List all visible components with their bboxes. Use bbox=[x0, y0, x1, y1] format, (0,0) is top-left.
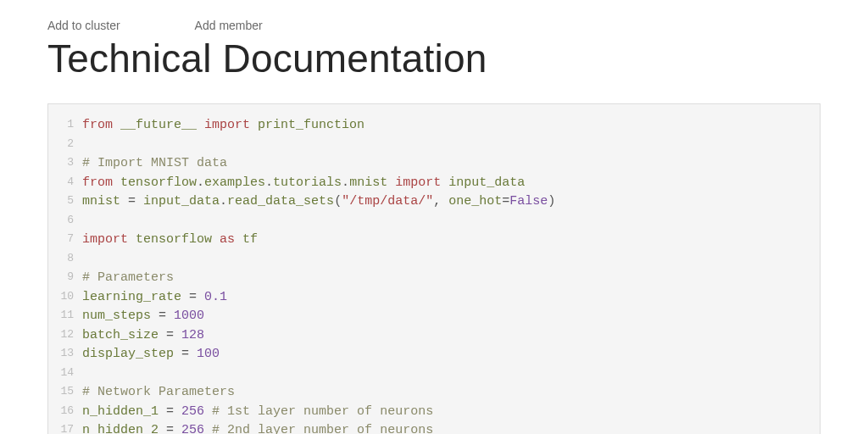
code-line: 6 bbox=[48, 212, 820, 231]
code-line: 3# Import MNIST data bbox=[48, 154, 820, 174]
code-content bbox=[82, 136, 90, 155]
code-line: 10learning_rate = 0.1 bbox=[48, 288, 820, 308]
line-number: 8 bbox=[48, 250, 82, 270]
code-line: 17n_hidden_2 = 256 # 2nd layer number of… bbox=[48, 421, 820, 434]
code-line: 15# Network Parameters bbox=[48, 383, 820, 403]
code-line: 13display_step = 100 bbox=[48, 345, 820, 364]
code-line: 8 bbox=[48, 250, 820, 270]
code-content: from __future__ import print_function bbox=[82, 116, 364, 136]
line-number: 7 bbox=[48, 231, 82, 250]
code-line: 7import tensorflow as tf bbox=[48, 231, 820, 250]
code-content: # Network Parameters bbox=[82, 383, 235, 403]
code-line: 16n_hidden_1 = 256 # 1st layer number of… bbox=[48, 403, 820, 422]
line-number: 4 bbox=[48, 174, 82, 193]
line-number: 14 bbox=[48, 364, 82, 384]
line-number: 15 bbox=[48, 383, 82, 403]
line-number: 6 bbox=[48, 212, 82, 231]
line-number: 17 bbox=[48, 421, 82, 434]
code-line: 2 bbox=[48, 136, 820, 155]
page-title: Technical Documentation bbox=[47, 36, 821, 81]
code-content bbox=[82, 364, 90, 384]
add-to-cluster-link[interactable]: Add to cluster bbox=[47, 19, 120, 32]
code-line: 14 bbox=[48, 364, 820, 384]
toolbar: Add to cluster Add member bbox=[47, 19, 821, 32]
line-number: 3 bbox=[48, 154, 82, 174]
line-number: 12 bbox=[48, 326, 82, 346]
code-line: 11num_steps = 1000 bbox=[48, 307, 820, 326]
code-content: num_steps = 1000 bbox=[82, 307, 204, 326]
code-content bbox=[82, 212, 90, 231]
code-content: n_hidden_2 = 256 # 2nd layer number of n… bbox=[82, 421, 433, 434]
line-number: 9 bbox=[48, 269, 82, 288]
code-line: 4from tensorflow.examples.tutorials.mnis… bbox=[48, 174, 820, 193]
code-line: 5mnist = input_data.read_data_sets("/tmp… bbox=[48, 192, 820, 212]
add-member-link[interactable]: Add member bbox=[195, 19, 263, 32]
page: Add to cluster Add member Technical Docu… bbox=[0, 0, 868, 434]
code-line: 1from __future__ import print_function bbox=[48, 116, 820, 136]
line-number: 5 bbox=[48, 192, 82, 212]
line-number: 2 bbox=[48, 136, 82, 155]
code-line: 9# Parameters bbox=[48, 269, 820, 288]
code-content: display_step = 100 bbox=[82, 345, 220, 364]
code-content: n_hidden_1 = 256 # 1st layer number of n… bbox=[82, 403, 433, 422]
code-content bbox=[82, 250, 90, 270]
line-number: 11 bbox=[48, 307, 82, 326]
code-content: # Import MNIST data bbox=[82, 154, 227, 174]
line-number: 10 bbox=[48, 288, 82, 308]
line-number: 16 bbox=[48, 403, 82, 422]
code-content: # Parameters bbox=[82, 269, 174, 288]
code-content: batch_size = 128 bbox=[82, 326, 204, 346]
code-content: mnist = input_data.read_data_sets("/tmp/… bbox=[82, 192, 555, 212]
code-content: import tensorflow as tf bbox=[82, 231, 258, 250]
line-number: 1 bbox=[48, 116, 82, 136]
code-block: 1from __future__ import print_function2 … bbox=[47, 103, 821, 434]
code-line: 12batch_size = 128 bbox=[48, 326, 820, 346]
code-content: from tensorflow.examples.tutorials.mnist… bbox=[82, 174, 525, 193]
line-number: 13 bbox=[48, 345, 82, 364]
code-content: learning_rate = 0.1 bbox=[82, 288, 227, 308]
